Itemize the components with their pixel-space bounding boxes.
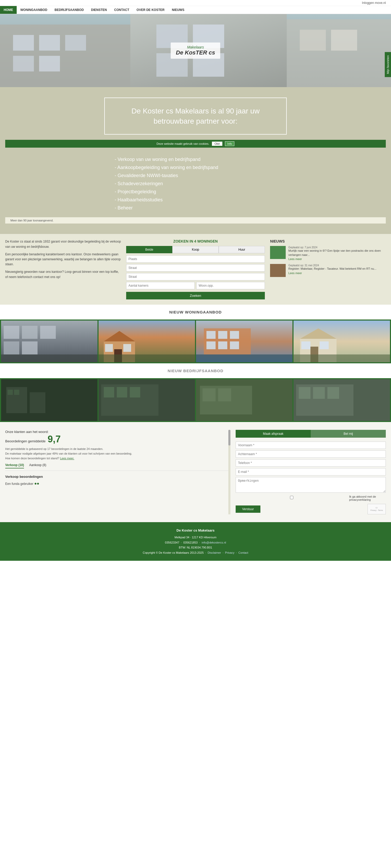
search-street-input[interactable] <box>126 264 265 272</box>
svg-rect-27 <box>123 344 131 352</box>
review-tabs: Verkoop (10) Aankoop (8) <box>5 463 230 471</box>
submit-row: Verstuur 🛡 Privacy - Terms <box>236 504 386 514</box>
svg-rect-18 <box>40 326 56 339</box>
nav-over[interactable]: OVER DE KOSTER <box>133 6 168 14</box>
bedrijf-item-4[interactable] <box>294 379 390 421</box>
review-tab-verkoop[interactable]: Verkoop (10) <box>5 463 24 468</box>
svg-rect-16 <box>4 326 19 339</box>
review-tab-aankoop[interactable]: Aankoop (8) <box>29 463 46 468</box>
search-street-input-2[interactable] <box>126 273 265 280</box>
about-column: De Koster cs staat al sinds 1932 garant … <box>5 239 121 300</box>
footer-copyright: Copyright © De Koster cs Makelaars 2013-… <box>5 550 386 556</box>
bedrijf-item-2[interactable] <box>99 379 195 421</box>
svg-rect-32 <box>218 331 227 339</box>
svg-rect-31 <box>206 331 216 339</box>
footer-phone: 035623347 <box>165 541 180 544</box>
search-button[interactable]: Zoeken <box>126 292 265 300</box>
search-tabs: Beide Koop Huur <box>126 246 265 253</box>
cookie-text: Deze website maakt gebruik van cookies. <box>157 142 209 145</box>
bedrijf-image-4 <box>294 379 390 421</box>
svg-rect-61 <box>299 387 311 399</box>
nav-contact[interactable]: CONTACT <box>110 6 133 14</box>
property-image-2 <box>99 320 195 362</box>
top-bar: Inloggen move.nl <box>0 0 391 6</box>
rating-label: Beoordelingen gemiddelde <box>5 439 45 443</box>
svg-rect-52 <box>104 387 114 398</box>
favorites-label: Mijn favorieten <box>386 55 389 74</box>
search-tab-beide[interactable]: Beide <box>126 246 172 253</box>
privacy-checkbox[interactable] <box>236 496 348 499</box>
about-paragraph-2: Een persoonlijke benadering karakterisee… <box>5 252 121 267</box>
intro-list: Verkoop van uw woning en bedrijfspand Aa… <box>104 150 287 217</box>
search-place-input[interactable] <box>126 255 265 262</box>
property-item-3[interactable] <box>196 320 292 362</box>
contact-telefoon[interactable] <box>236 459 386 467</box>
news-text-2: Register: Makelaar, Register - Taxateur.… <box>288 267 386 271</box>
nav-home[interactable]: HOME <box>0 6 17 14</box>
reviewer-1: Een funda gebruiker ●● <box>5 481 230 486</box>
reviews-section: Onze klanten aan het woord: Beoordelinge… <box>0 422 391 522</box>
search-rooms-input[interactable] <box>126 282 195 289</box>
cookie-ok-button[interactable]: Oké <box>212 142 222 146</box>
logo-name: De KosTER cs <box>176 49 215 56</box>
nav-nieuws[interactable]: NIEUWS <box>168 6 188 14</box>
nav-links: HOME WONINGAANBOD BEDRIJFSAANBOD DIENSTE… <box>0 6 188 14</box>
submit-button[interactable]: Verstuur <box>236 505 260 513</box>
contact-voornaam[interactable] <box>236 441 386 449</box>
bedrijf-image-3 <box>196 379 292 421</box>
property-item-1[interactable] <box>1 320 97 362</box>
property-item-2[interactable] <box>99 320 195 362</box>
intro-item-5: Projectbegeleiding <box>115 188 276 196</box>
nav-diensten[interactable]: DIENSTEN <box>87 6 110 14</box>
news-content-1: Geplaatst op: 7 juni 2024 Murtijk naar e… <box>288 246 386 261</box>
property-image-1 <box>1 320 97 362</box>
cookie-info-button[interactable]: Info <box>225 142 234 146</box>
svg-rect-35 <box>218 341 227 349</box>
svg-rect-34 <box>206 341 216 349</box>
privacy-check: Ik ga akkoord met de privacyverklaring <box>236 495 386 501</box>
svg-rect-63 <box>327 387 339 399</box>
recaptcha-box[interactable]: 🛡 Privacy - Terms <box>367 504 386 514</box>
svg-rect-20 <box>22 341 37 354</box>
contact-form: Ik ga akkoord met de privacyverklaring V… <box>236 441 386 514</box>
contact-opmerkingen[interactable] <box>236 477 386 493</box>
bedrijfsaanbod-title: NIEUW BEDRIJFSAANBOD <box>0 363 391 378</box>
svg-rect-58 <box>218 389 231 401</box>
login-link[interactable]: Inloggen move.nl <box>362 1 386 5</box>
svg-rect-48 <box>7 390 13 395</box>
footer-company: De Koster cs Makelaars <box>5 527 386 533</box>
footer: De Koster cs Makelaars Melkpad 34 · 1217… <box>0 522 391 561</box>
search-woonopp-input[interactable] <box>196 282 265 289</box>
svg-rect-43 <box>320 341 329 349</box>
contact-tab-afspraak[interactable]: Maak afspraak <box>236 430 311 438</box>
footer-contact[interactable]: Contact <box>238 551 249 554</box>
search-tab-koop[interactable]: Koop <box>172 246 219 253</box>
rating-detail-2: De makelaar nodigde afgelopen jaar 49% v… <box>5 452 230 456</box>
nav-bedrijfsaanbod[interactable]: BEDRIJFSAANBOD <box>51 6 87 14</box>
favorites-tab[interactable]: Mijn favorieten <box>385 52 391 77</box>
news-readmore-1[interactable]: Lees meer <box>288 257 302 260</box>
svg-rect-21 <box>1 354 97 362</box>
property-image-3 <box>196 320 292 362</box>
scroll-indicator[interactable] <box>228 430 230 514</box>
svg-rect-4 <box>13 35 34 51</box>
footer-address: Melkpad 34 · 1217 KD Hilversum <box>5 535 386 540</box>
contact-email[interactable] <box>236 468 386 475</box>
nav-woningaanbod[interactable]: WONINGAANBOD <box>17 6 51 14</box>
search-tab-huur[interactable]: Huur <box>219 246 265 253</box>
contact-tab-bel[interactable]: Bel mij <box>311 430 386 438</box>
contact-achternaam[interactable] <box>236 451 386 458</box>
news-thumb-1 <box>270 246 286 259</box>
news-readmore-2[interactable]: Lees meer <box>288 272 302 275</box>
bedrijf-item-3[interactable] <box>196 379 292 421</box>
footer-email[interactable]: info@dekostercs.nl <box>201 541 226 544</box>
svg-rect-37 <box>196 354 292 362</box>
svg-rect-13 <box>300 30 326 51</box>
rating-lees-meer[interactable]: Lees meer. <box>60 457 74 460</box>
news-item-1: Geplaatst op: 7 juni 2024 Murtijk naar e… <box>270 246 386 261</box>
footer-disclaimer[interactable]: Disclaimer <box>208 551 221 554</box>
svg-rect-26 <box>105 344 113 352</box>
bedrijf-item-1[interactable] <box>1 379 97 421</box>
footer-privacy[interactable]: Privacy <box>225 551 234 554</box>
property-item-4[interactable] <box>294 320 390 362</box>
